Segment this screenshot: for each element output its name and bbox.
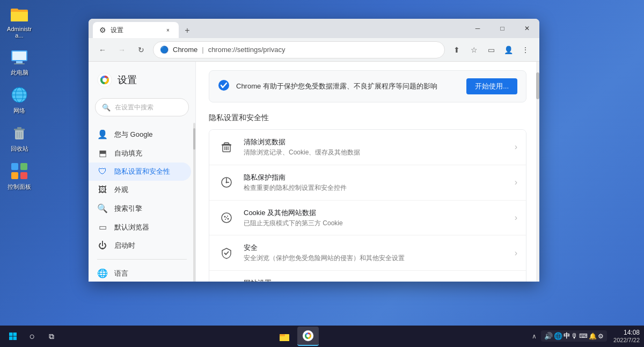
mic-icon[interactable]: 🎙 <box>571 332 578 340</box>
desktop-icon-network[interactable]: 网络 <box>4 85 34 115</box>
extensions-button[interactable]: ▭ <box>484 42 499 57</box>
share-button[interactable]: ⬆ <box>449 42 464 57</box>
taskbar-file-explorer[interactable] <box>274 327 295 346</box>
taskbar-middle <box>60 327 532 346</box>
window-controls: ─ □ ✕ <box>465 19 539 38</box>
privacy-guide-content: 隐私保护指南 检查重要的隐私控制设置和安全控件 <box>244 173 506 193</box>
settings-item-security[interactable]: 安全 安全浏览（保护您免受危险网站的侵害）和其他安全设置 › <box>209 235 526 271</box>
close-button[interactable]: ✕ <box>515 19 539 38</box>
search-engine-icon: 🔍 <box>97 203 108 213</box>
security-content: 安全 安全浏览（保护您免受危险网站的侵害）和其他安全设置 <box>244 243 506 263</box>
svg-point-38 <box>227 216 228 217</box>
settings-tab-title: 设置 <box>111 26 159 35</box>
back-button[interactable]: ← <box>95 42 110 57</box>
autofill-icon: ⬒ <box>97 148 108 158</box>
sidebar-item-startup[interactable]: ⏻ 启动时 <box>89 237 191 255</box>
clock-date: 2022/7/22 <box>613 337 640 344</box>
sidebar-item-search-engine[interactable]: 🔍 搜索引擎 <box>89 199 191 218</box>
sidebar-nav: 👤 您与 Google ⬒ 自动填充 🛡 隐私设置和安全性 🖼 外观 <box>89 123 195 282</box>
svg-rect-2 <box>11 9 18 12</box>
sidebar-header: 设置 <box>89 62 195 96</box>
minimize-button[interactable]: ─ <box>465 19 490 38</box>
bookmark-button[interactable]: ☆ <box>466 42 481 57</box>
volume-icon[interactable]: 🔊 <box>544 332 553 340</box>
desktop-icon-control-panel[interactable]: 控制面板 <box>4 161 34 191</box>
settings-main: Chrome 有助于保护您免受数据泄露、不良扩展程序等问题的影响 开始使用...… <box>196 62 539 282</box>
svg-rect-51 <box>9 337 13 341</box>
svg-rect-28 <box>222 144 231 146</box>
privacy-guide-desc: 检查重要的隐私控制设置和安全控件 <box>244 183 506 193</box>
network-label: 网络 <box>13 107 25 115</box>
nav-actions: ⬆ ☆ ▭ 👤 ⋮ <box>449 42 533 57</box>
svg-rect-21 <box>20 172 27 179</box>
settings-search-box[interactable]: 🔍 在设置中搜索 <box>95 98 189 116</box>
sidebar-title: 设置 <box>118 73 137 86</box>
settings-item-site-settings[interactable]: 网站设置 控制网站可以使用和显示什么信息（如位置信息、摄像头、弹出式窗口及其他）… <box>209 271 526 282</box>
tab-close-button[interactable]: × <box>164 26 172 34</box>
svg-rect-18 <box>11 163 18 170</box>
cookies-desc: 已阻止无痕模式下的第三方 Cookie <box>244 219 506 228</box>
banner-button[interactable]: 开始使用... <box>466 78 517 94</box>
taskbar-clock[interactable]: 14:08 2022/7/22 <box>613 329 640 344</box>
menu-button[interactable]: ⋮ <box>518 42 533 57</box>
ime-icon[interactable]: 中 <box>564 331 570 341</box>
settings-item-cookies[interactable]: Cookie 及其他网站数据 已阻止无痕模式下的第三方 Cookie › <box>209 201 526 236</box>
settings-systray-icon[interactable]: ⚙ <box>598 333 604 340</box>
forward-button[interactable]: → <box>114 42 129 57</box>
control-panel-label: 控制面板 <box>8 183 31 191</box>
google-account-label: 您与 Google <box>114 130 153 139</box>
settings-list: 清除浏览数据 清除浏览记录、Cookie、缓存及其他数据 › <box>209 129 526 282</box>
settings-item-clear-browsing[interactable]: 清除浏览数据 清除浏览记录、Cookie、缓存及其他数据 › <box>209 130 526 165</box>
new-tab-button[interactable]: + <box>180 23 195 38</box>
svg-rect-13 <box>14 129 25 130</box>
svg-point-24 <box>103 78 107 82</box>
desktop-icon-administrator[interactable]: Administra... <box>4 4 34 39</box>
svg-rect-5 <box>16 61 23 63</box>
nav-bar: ← → ↻ 🔵 Chrome | chrome://settings/priva… <box>89 38 539 62</box>
sidebar-item-appearance[interactable]: 🖼 外观 <box>89 181 191 199</box>
banner-text: Chrome 有助于保护您免受数据泄露、不良扩展程序等问题的影响 <box>236 82 460 91</box>
sidebar-item-default-browser[interactable]: ▭ 默认浏览器 <box>89 218 191 237</box>
settings-item-privacy-guide[interactable]: 隐私保护指南 检查重要的隐私控制设置和安全控件 › <box>209 165 526 201</box>
profile-button[interactable]: 👤 <box>501 42 516 57</box>
desktop-icon-this-pc[interactable]: 此电脑 <box>4 47 34 77</box>
clear-browsing-arrow: › <box>515 142 517 152</box>
svg-rect-20 <box>11 172 18 179</box>
settings-tab[interactable]: ⚙ 设置 × <box>93 22 179 38</box>
task-view-button[interactable]: ⧉ <box>43 328 60 345</box>
svg-point-40 <box>225 219 226 220</box>
sidebar-item-language[interactable]: 🌐 语言 <box>89 264 191 282</box>
desktop-icon-recycle-bin[interactable]: 回收站 <box>4 123 34 153</box>
start-button[interactable] <box>4 328 21 345</box>
recycle-bin-label: 回收站 <box>11 145 28 153</box>
svg-rect-1 <box>11 12 28 21</box>
sidebar-item-google-account[interactable]: 👤 您与 Google <box>89 125 191 144</box>
browser-name: Chrome <box>173 46 197 54</box>
address-bar[interactable]: 🔵 Chrome | chrome://settings/privacy <box>153 41 445 58</box>
cookies-icon <box>218 209 235 226</box>
settings-sidebar: 设置 🔍 在设置中搜索 👤 您与 Google <box>89 62 196 282</box>
maximize-button[interactable]: □ <box>490 19 515 38</box>
notification-icon[interactable]: 🔔 <box>589 333 597 340</box>
sidebar-item-autofill[interactable]: ⬒ 自动填充 <box>89 144 191 163</box>
svg-rect-52 <box>13 337 17 341</box>
startup-label: 启动时 <box>114 241 135 250</box>
svg-point-41 <box>226 217 227 218</box>
svg-rect-55 <box>280 334 285 336</box>
security-title: 安全 <box>244 243 506 253</box>
clock-time: 14:08 <box>613 329 640 336</box>
keyboard-icon[interactable]: ⌨ <box>579 333 588 339</box>
recycle-bin-icon <box>10 123 29 143</box>
search-taskbar-button[interactable]: ○ <box>24 328 41 345</box>
network-icon[interactable]: 🌐 <box>554 332 562 340</box>
refresh-button[interactable]: ↻ <box>134 42 149 57</box>
svg-rect-4 <box>12 51 26 60</box>
show-hidden-icons[interactable]: ∧ <box>532 333 537 340</box>
taskbar-chrome[interactable] <box>297 327 319 346</box>
browser-content: 设置 🔍 在设置中搜索 👤 您与 Google <box>89 62 539 282</box>
sidebar-item-privacy[interactable]: 🛡 隐私设置和安全性 <box>89 163 191 181</box>
privacy-label: 隐私设置和安全性 <box>114 167 170 176</box>
site-info-icon: 🔵 <box>160 46 169 54</box>
site-settings-icon <box>218 280 235 282</box>
default-browser-icon: ▭ <box>97 222 108 232</box>
